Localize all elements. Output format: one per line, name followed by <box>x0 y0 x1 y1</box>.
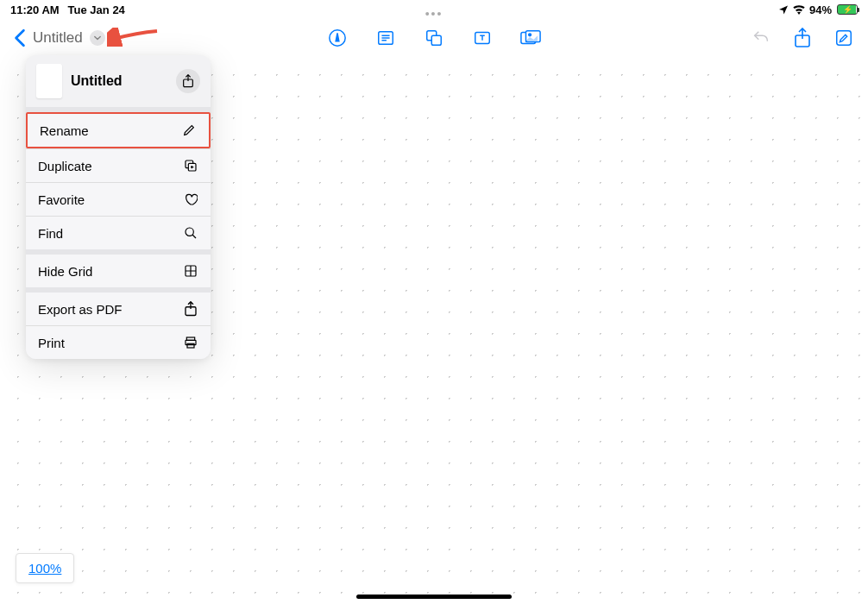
battery-icon: ⚡ <box>837 4 858 15</box>
annotation-arrow <box>107 28 159 47</box>
shapes-tool-icon[interactable] <box>424 28 444 48</box>
menu-item-print[interactable]: Print <box>26 325 211 359</box>
text-tool-icon[interactable] <box>375 28 396 48</box>
menu-item-label: Print <box>38 336 65 350</box>
share-button[interactable] <box>792 28 813 48</box>
title-dropdown-chevron-icon[interactable] <box>90 30 105 46</box>
document-thumbnail <box>36 64 62 98</box>
document-title[interactable]: Untitled <box>33 29 83 47</box>
menu-item-label: Favorite <box>38 192 85 207</box>
document-menu: Untitled Rename Duplicate Favorite Find <box>26 55 211 359</box>
menu-item-find[interactable]: Find <box>26 216 211 249</box>
multitasking-handle[interactable]: ••• <box>425 7 443 21</box>
image-tool-icon[interactable] <box>520 28 541 48</box>
menu-item-label: Duplicate <box>38 159 92 173</box>
menu-item-duplicate[interactable]: Duplicate <box>26 148 211 182</box>
location-icon <box>778 4 789 15</box>
document-menu-header: Untitled <box>26 55 211 107</box>
svg-point-10 <box>529 34 531 36</box>
quick-share-button[interactable] <box>176 69 200 93</box>
textbox-tool-icon[interactable] <box>472 28 493 48</box>
menu-item-favorite[interactable]: Favorite <box>26 182 211 216</box>
pen-tool-icon[interactable] <box>327 28 348 48</box>
svg-rect-24 <box>187 343 194 348</box>
menu-item-label: Export as PDF <box>38 302 123 317</box>
menu-item-label: Find <box>38 226 63 241</box>
wifi-icon <box>792 4 806 15</box>
zoom-level-button[interactable]: 100% <box>16 553 74 583</box>
grid-icon <box>183 263 198 279</box>
back-button[interactable] <box>14 28 26 47</box>
pencil-icon <box>181 123 197 138</box>
battery-percent: 94% <box>809 3 832 16</box>
undo-button[interactable] <box>751 28 771 48</box>
menu-item-export-pdf[interactable]: Export as PDF <box>26 293 211 325</box>
svg-rect-6 <box>431 35 441 45</box>
compose-button[interactable] <box>833 28 854 48</box>
home-indicator[interactable] <box>356 595 512 599</box>
menu-item-hide-grid[interactable]: Hide Grid <box>26 255 211 287</box>
heart-icon <box>183 192 198 207</box>
menu-item-rename[interactable]: Rename <box>26 112 211 148</box>
status-time: 11:20 AM <box>10 3 60 16</box>
svg-line-17 <box>192 235 196 238</box>
zoom-level-text: 100% <box>28 561 61 576</box>
svg-rect-12 <box>837 31 852 46</box>
svg-point-16 <box>186 228 193 236</box>
export-icon <box>183 301 198 317</box>
menu-item-label: Hide Grid <box>38 264 92 279</box>
print-icon <box>183 335 198 350</box>
status-date: Tue Jan 24 <box>68 3 125 16</box>
duplicate-icon <box>183 158 198 173</box>
document-menu-title: Untitled <box>71 73 167 89</box>
menu-item-label: Rename <box>40 123 89 138</box>
search-icon <box>183 225 198 241</box>
